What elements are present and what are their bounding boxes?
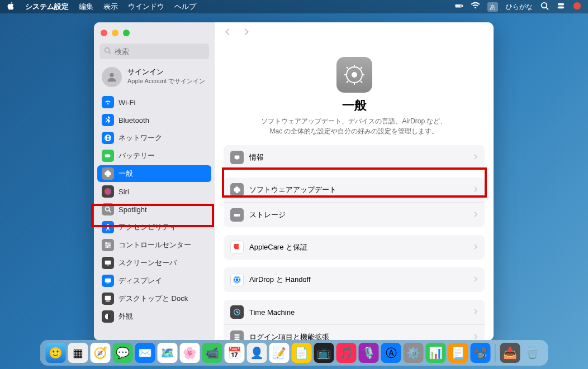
svg-line-40 bbox=[361, 81, 362, 83]
dock-safari[interactable]: 🧭 bbox=[91, 343, 111, 363]
nav-forward-button[interactable] bbox=[243, 28, 250, 38]
sidebar-item-battery[interactable]: バッテリー bbox=[97, 147, 211, 164]
svg-rect-27 bbox=[107, 265, 109, 266]
minimize-button[interactable] bbox=[112, 30, 118, 36]
sidebar-item-siri[interactable]: Siri bbox=[97, 183, 211, 200]
spotlight-icon[interactable] bbox=[540, 2, 549, 12]
sidebar-item-gear[interactable]: 一般 bbox=[97, 165, 211, 182]
input-method-label[interactable]: ひらがな bbox=[506, 2, 533, 12]
chevron-right-icon bbox=[473, 154, 478, 162]
dock-photos[interactable]: 🌸 bbox=[180, 343, 200, 363]
sidebar-item-appearance[interactable]: 外観 bbox=[97, 308, 211, 325]
search-icon bbox=[102, 203, 114, 215]
chevron-right-icon bbox=[473, 243, 478, 252]
sidebar-item-display[interactable]: ディスプレイ bbox=[97, 272, 211, 289]
settings-row-airdrop[interactable]: AirDrop と Handoff bbox=[224, 267, 485, 292]
display-icon bbox=[102, 275, 114, 287]
close-button[interactable] bbox=[101, 30, 107, 36]
svg-point-24 bbox=[108, 244, 111, 246]
dock-pages[interactable]: 📃 bbox=[448, 343, 468, 363]
sidebar-item-label: スクリーンセーバ bbox=[118, 258, 177, 268]
menu-view[interactable]: 表示 bbox=[103, 2, 118, 12]
apple-menu-icon[interactable] bbox=[7, 2, 15, 12]
battery-status-icon[interactable] bbox=[455, 2, 463, 12]
dock-messages[interactable]: 💬 bbox=[113, 343, 133, 363]
sidebar-item-accessibility[interactable]: アクセシビリティ bbox=[97, 219, 211, 236]
svg-rect-1 bbox=[462, 5, 463, 7]
sidebar-item-search[interactable]: Spotlight bbox=[97, 201, 211, 218]
dock-downloads[interactable]: 📥 bbox=[500, 343, 520, 363]
dock-contacts[interactable]: 👤 bbox=[247, 343, 267, 363]
settings-row-storage[interactable]: ストレージ bbox=[224, 203, 485, 227]
dock-finder[interactable]: 🙂 bbox=[46, 343, 66, 363]
dock-appstore[interactable]: Ⓐ bbox=[381, 343, 401, 363]
svg-rect-52 bbox=[235, 337, 240, 338]
dock-numbers[interactable]: 📊 bbox=[426, 343, 446, 363]
svg-line-41 bbox=[361, 67, 362, 69]
wifi-status-icon[interactable] bbox=[471, 2, 480, 12]
menu-app-name[interactable]: システム設定 bbox=[25, 2, 69, 12]
svg-line-18 bbox=[109, 210, 111, 213]
settings-row-applecare[interactable]: AppleCare と保証 bbox=[224, 235, 485, 260]
dock-music[interactable]: 🎵 bbox=[336, 343, 357, 363]
svg-point-7 bbox=[573, 2, 581, 9]
sidebar-item-bluetooth[interactable]: Bluetooth bbox=[97, 112, 211, 128]
control-center-icon[interactable] bbox=[557, 2, 565, 12]
nav-buttons bbox=[215, 22, 494, 44]
search-box[interactable] bbox=[99, 44, 209, 59]
search-icon bbox=[104, 46, 111, 56]
chevron-right-icon bbox=[473, 211, 478, 219]
dock-mail[interactable]: ✉️ bbox=[135, 343, 155, 363]
sidebar-item-label: 一般 bbox=[118, 169, 133, 179]
siri-status-icon[interactable] bbox=[573, 2, 581, 12]
gear-icon bbox=[102, 167, 114, 180]
dock-maps[interactable]: 🗺️ bbox=[158, 343, 178, 363]
svg-point-17 bbox=[106, 207, 110, 211]
settings-row-info[interactable]: 情報 bbox=[224, 145, 485, 170]
sidebar-item-label: Bluetooth bbox=[118, 116, 149, 124]
sliders-icon bbox=[102, 239, 114, 251]
dock-podcasts[interactable]: 🎙️ bbox=[359, 343, 379, 363]
siri-icon bbox=[102, 185, 114, 198]
nav-back-button[interactable] bbox=[224, 28, 231, 38]
dock-facetime[interactable]: 📹 bbox=[202, 343, 222, 363]
dock-trash[interactable]: 🗑️ bbox=[523, 343, 543, 363]
dock-tv[interactable]: 📺 bbox=[314, 343, 334, 363]
dock-notes[interactable]: 📄 bbox=[292, 343, 312, 363]
dock-reminders[interactable]: 📝 bbox=[269, 343, 290, 363]
dock-launchpad[interactable]: ▦ bbox=[68, 343, 88, 363]
dock-keynote[interactable]: 📽️ bbox=[471, 343, 491, 363]
storage-icon bbox=[230, 208, 244, 222]
menu-window[interactable]: ウインドウ bbox=[128, 2, 164, 12]
general-hero-icon bbox=[336, 57, 372, 93]
settings-row-timemachine[interactable]: Time Machine bbox=[224, 300, 485, 325]
settings-row-gear[interactable]: ソフトウェアアップデート bbox=[224, 178, 485, 203]
settings-row-login[interactable]: ログイン項目と機能拡張 bbox=[224, 325, 485, 341]
svg-point-34 bbox=[352, 73, 357, 77]
traffic-lights bbox=[101, 30, 130, 36]
sidebar-item-label: Wi-Fi bbox=[118, 98, 135, 107]
settings-group: Time Machineログイン項目と機能拡張 bbox=[224, 300, 485, 341]
menu-edit[interactable]: 編集 bbox=[79, 2, 93, 12]
settings-group: 情報 bbox=[224, 145, 485, 170]
input-method-badge[interactable]: あ bbox=[487, 2, 498, 12]
settings-group: AirDrop と Handoff bbox=[224, 267, 485, 292]
appearance-icon bbox=[102, 310, 114, 323]
svg-rect-44 bbox=[236, 160, 238, 160]
sidebar-item-wifi[interactable]: Wi-Fi bbox=[97, 94, 211, 111]
sidebar-item-dock[interactable]: デスクトップと Dock bbox=[97, 290, 211, 307]
sidebar-item-screensaver[interactable]: スクリーンセーバ bbox=[97, 255, 211, 271]
svg-rect-43 bbox=[235, 156, 240, 159]
sidebar-item-label: ネットワーク bbox=[118, 133, 162, 143]
dock-calendar[interactable]: 📅 bbox=[225, 343, 245, 363]
search-input[interactable] bbox=[115, 47, 208, 56]
svg-point-8 bbox=[105, 48, 110, 52]
settings-group: AppleCare と保証 bbox=[224, 235, 485, 260]
signin-row[interactable]: サインイン Apple Account でサインイン bbox=[94, 64, 215, 94]
menu-help[interactable]: ヘルプ bbox=[174, 2, 196, 12]
zoom-button[interactable] bbox=[123, 30, 130, 36]
sidebar-item-label: バッテリー bbox=[118, 151, 155, 161]
sidebar-item-sliders[interactable]: コントロールセンター bbox=[97, 237, 211, 253]
dock-settings[interactable]: ⚙️ bbox=[404, 343, 424, 363]
sidebar-item-globe[interactable]: ネットワーク bbox=[97, 130, 211, 146]
